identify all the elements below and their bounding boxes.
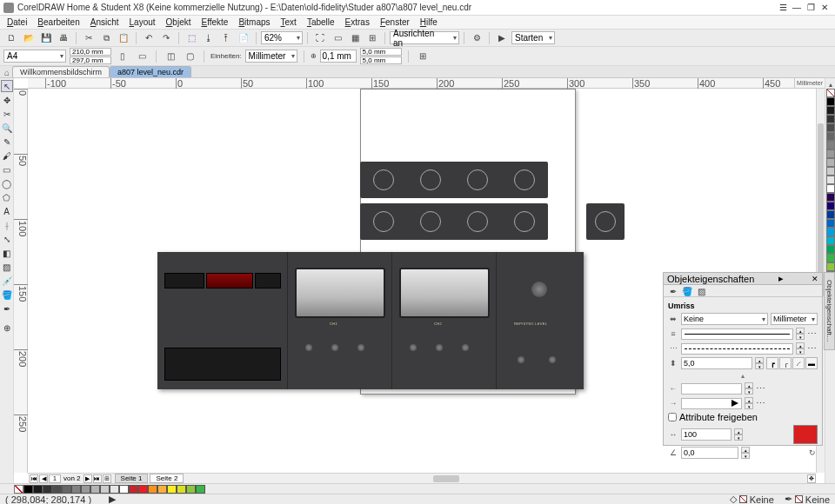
swatch[interactable]: [826, 106, 835, 115]
publish-button[interactable]: 📄: [236, 31, 251, 45]
paste-button[interactable]: 📋: [116, 31, 131, 45]
dash-style-more[interactable]: ⋯: [807, 343, 818, 355]
help-menu-icon[interactable]: ☰: [776, 2, 790, 14]
swatch[interactable]: [826, 210, 835, 219]
swatch[interactable]: [826, 132, 835, 141]
start-arrow-dropdown[interactable]: [681, 383, 742, 395]
maximize-button[interactable]: ❐: [804, 2, 818, 14]
swatch[interactable]: [826, 228, 835, 236]
page-tab-1[interactable]: Seite 1: [115, 474, 149, 483]
swatch[interactable]: [826, 176, 835, 184]
tab-document[interactable]: a807 level_neu.cdr: [110, 66, 191, 77]
doc-swatch[interactable]: [119, 485, 129, 494]
docker-tab-fill[interactable]: 🪣: [681, 286, 693, 296]
menu-bitmaps[interactable]: Bitmaps: [233, 17, 275, 27]
cap-flat-button[interactable]: ▬: [805, 357, 818, 369]
menu-extras[interactable]: Extras: [340, 17, 375, 27]
swatch[interactable]: [826, 167, 835, 176]
polygon-tool[interactable]: ⬠: [1, 191, 13, 203]
copy-button[interactable]: ⧉: [98, 31, 114, 45]
doc-swatch[interactable]: [71, 485, 81, 494]
text-tool[interactable]: A: [1, 205, 13, 217]
ruler-vertical[interactable]: 050100150200250: [14, 89, 28, 473]
doc-swatch[interactable]: [167, 485, 177, 494]
docker-expand-icon[interactable]: ▸: [778, 273, 784, 284]
snap-dropdown[interactable]: Ausrichten an: [390, 31, 459, 44]
stretch-field[interactable]: 100: [681, 428, 731, 441]
all-pages-button[interactable]: ◫: [163, 50, 178, 63]
cut-button[interactable]: ✂: [81, 31, 97, 45]
reset-icon[interactable]: ↻: [807, 448, 818, 458]
dup-x-field[interactable]: 5,0 mm: [360, 48, 402, 56]
connector-tool[interactable]: ⤡: [1, 233, 13, 245]
outline-units-dropdown[interactable]: Millimeter: [771, 313, 818, 325]
rulers-button[interactable]: ▭: [330, 31, 345, 45]
swatch[interactable]: [826, 262, 835, 271]
close-button[interactable]: ✕: [818, 2, 832, 14]
page-preset-dropdown[interactable]: A4: [3, 50, 66, 63]
menu-datei[interactable]: Datei: [2, 17, 32, 27]
ruler-horizontal[interactable]: -100-50050100150200250300350400450: [28, 78, 816, 89]
menu-tabelle[interactable]: Tabelle: [302, 17, 340, 27]
launch-dropdown[interactable]: Starten: [511, 31, 555, 44]
doc-swatch[interactable]: [148, 485, 157, 494]
doc-swatch[interactable]: [196, 485, 205, 494]
scrollbar-h-thumb[interactable]: [433, 475, 459, 482]
units-dropdown[interactable]: Millimeter: [245, 50, 297, 63]
prev-page-button[interactable]: ◀: [39, 474, 48, 483]
start-arrow-more[interactable]: ⋯: [756, 383, 766, 395]
swatch[interactable]: [826, 141, 835, 149]
current-page-button[interactable]: ▢: [182, 50, 197, 63]
doc-swatch[interactable]: [43, 485, 52, 494]
outline-width-dropdown[interactable]: Keine: [681, 313, 768, 325]
docker-close-button[interactable]: ✕: [812, 275, 818, 283]
guidelines-button[interactable]: ⊞: [364, 31, 380, 45]
page-height-field[interactable]: 297,0 mm: [70, 56, 111, 64]
menu-text[interactable]: Text: [276, 17, 302, 27]
add-page-button[interactable]: ⊞: [103, 474, 111, 483]
doc-swatch[interactable]: [23, 485, 33, 494]
menu-fenster[interactable]: Fenster: [375, 17, 415, 27]
transparency-tool[interactable]: ▨: [1, 261, 13, 273]
quick-custom-button[interactable]: ⊕: [1, 322, 13, 334]
freehand-tool[interactable]: ✎: [1, 136, 13, 148]
zoom-level-dropdown[interactable]: 62%: [261, 31, 303, 44]
outline-tool[interactable]: ✒: [1, 302, 13, 315]
dup-y-field[interactable]: 5,0 mm: [360, 56, 402, 64]
outline-color-swatch[interactable]: [793, 425, 818, 444]
artistic-media-tool[interactable]: 🖌: [1, 149, 13, 162]
navigator-button[interactable]: ✥: [807, 474, 816, 483]
swatch[interactable]: [826, 97, 835, 106]
doc-swatch[interactable]: [110, 485, 119, 494]
print-button[interactable]: 🖶: [56, 31, 71, 45]
pick-tool[interactable]: ↖: [1, 80, 13, 92]
menu-objekt[interactable]: Objekt: [161, 17, 197, 27]
docker-tab-outline[interactable]: ✒: [667, 286, 679, 296]
doc-swatch[interactable]: [52, 485, 62, 494]
swatch[interactable]: [826, 193, 835, 202]
end-arrow-more[interactable]: ⋯: [756, 398, 766, 409]
doc-swatch[interactable]: [90, 485, 100, 494]
grid-button[interactable]: ▦: [347, 31, 363, 45]
scrollbar-v-thumb[interactable]: [818, 123, 824, 297]
search-button[interactable]: ⬚: [184, 31, 199, 45]
artwork-dial-strip-2[interactable]: [360, 203, 548, 240]
open-button[interactable]: 📂: [21, 31, 37, 45]
dash-style-dropdown[interactable]: [681, 343, 793, 355]
menu-layout[interactable]: Layout: [124, 17, 161, 27]
home-icon[interactable]: ⌂: [2, 67, 12, 77]
redo-button[interactable]: ↷: [158, 31, 174, 45]
swatch[interactable]: [826, 219, 835, 228]
treat-as-filled-button[interactable]: ⊞: [415, 50, 431, 63]
doc-swatch[interactable]: [138, 485, 148, 494]
drop-shadow-tool[interactable]: ◧: [1, 247, 13, 259]
menu-effekte[interactable]: Effekte: [196, 17, 233, 27]
doc-swatch[interactable]: [100, 485, 110, 494]
doc-swatch[interactable]: [62, 485, 71, 494]
options-button[interactable]: ⚙: [469, 31, 484, 45]
status-fill-indicator[interactable]: ◇Keine: [730, 494, 774, 504]
export-button[interactable]: ⭱: [218, 31, 234, 45]
eyedropper-tool[interactable]: 💉: [1, 275, 13, 287]
swatch[interactable]: [826, 254, 835, 262]
palette-scroll-up[interactable]: ▴: [829, 80, 832, 89]
